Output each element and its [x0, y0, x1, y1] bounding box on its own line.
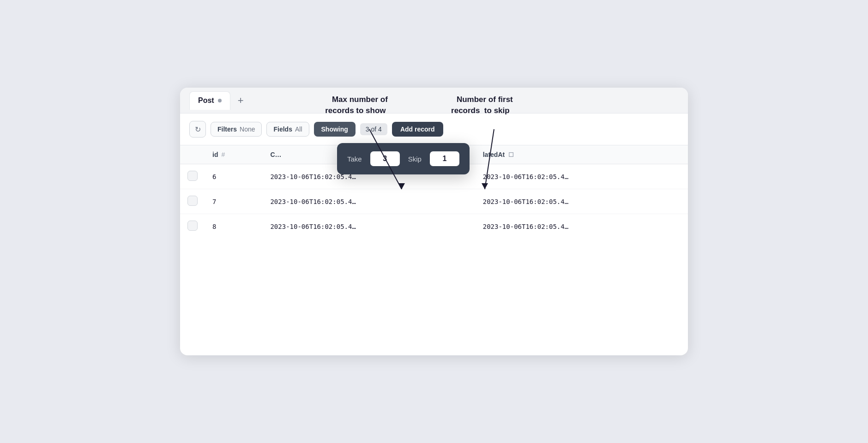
tab-post-label: Post — [198, 96, 214, 105]
showing-dropdown: Take Skip — [337, 143, 470, 174]
take-input[interactable] — [370, 151, 400, 166]
cell-createdat: 2023-10-06T16:02:05.4… — [263, 189, 475, 214]
main-panel: Post + ↻ Filters None Fields All Showing… — [180, 88, 688, 355]
col-header-checkbox — [180, 145, 205, 164]
refresh-icon: ↻ — [195, 125, 201, 134]
filters-value: None — [240, 126, 255, 133]
cell-id: 8 — [205, 214, 263, 239]
col-header-id: id # — [205, 145, 263, 164]
skip-label: Skip — [408, 155, 422, 163]
row-checkbox[interactable] — [187, 196, 198, 206]
skip-input[interactable] — [430, 151, 459, 166]
tab-bar: Post + — [180, 88, 688, 114]
row-checkbox-cell — [180, 214, 205, 239]
annotation-max-records: Max number of records to show — [323, 83, 388, 127]
tab-dot — [218, 99, 222, 102]
tab-add-button[interactable]: + — [233, 93, 248, 108]
cell-updatedat: 2023-10-06T16:02:05.4… — [476, 164, 688, 189]
filters-label: Filters — [217, 126, 237, 133]
filters-button[interactable]: Filters None — [211, 122, 262, 137]
refresh-button[interactable]: ↻ — [189, 121, 206, 138]
tab-post[interactable]: Post — [189, 91, 230, 110]
fields-value: All — [295, 126, 302, 133]
take-label: Take — [347, 155, 362, 163]
calendar-icon: ☐ — [508, 151, 514, 158]
row-checkbox[interactable] — [187, 221, 198, 231]
cell-createdat: 2023-10-06T16:02:05.4… — [263, 214, 475, 239]
table-row: 8 2023-10-06T16:02:05.4… 2023-10-06T16:0… — [180, 214, 688, 239]
cell-updatedat: 2023-10-06T16:02:05.4… — [476, 189, 688, 214]
fields-button[interactable]: Fields All — [266, 122, 309, 137]
row-checkbox-cell — [180, 164, 205, 189]
cell-id: 6 — [205, 164, 263, 189]
col-id-label: id — [212, 151, 218, 158]
add-record-button[interactable]: Add record — [392, 122, 443, 137]
cell-id: 7 — [205, 189, 263, 214]
row-checkbox-cell — [180, 189, 205, 214]
row-checkbox[interactable] — [187, 171, 198, 181]
toolbar: ↻ Filters None Fields All Showing 3 of 4… — [180, 114, 688, 145]
col-id-hash: # — [221, 151, 225, 158]
table-row: 7 2023-10-06T16:02:05.4… 2023-10-06T16:0… — [180, 189, 688, 214]
fields-label: Fields — [273, 126, 292, 133]
col-header-updatedat: latedAt ☐ — [476, 145, 688, 164]
cell-updatedat: 2023-10-06T16:02:05.4… — [476, 214, 688, 239]
annotation-skip-records: Number of first records to skip — [448, 83, 513, 127]
